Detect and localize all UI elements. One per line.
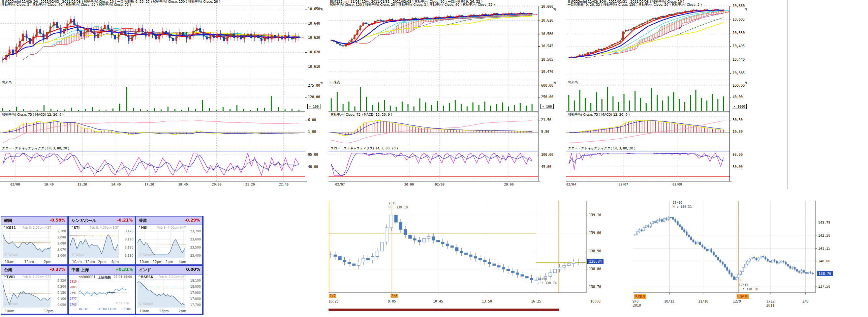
index-timestamp: Feb 8, 4:59pm SGT	[90, 226, 119, 229]
index-panel-india[interactable]: インド0.00%^BSESNFeb 8, 3:30pm IST18,10018,…	[136, 266, 202, 314]
price-tick-label: 10,550	[733, 31, 745, 35]
time-tick-label: 10/12	[664, 299, 674, 303]
index-panel-singapore[interactable]: シンガポール-0.21%^STIFeb 8, 4:59pm SGT3,1953,…	[69, 217, 135, 264]
price-tick-label: 10,470	[541, 70, 553, 74]
index-y-label: 2763	[70, 303, 76, 306]
index-panel-shanghai[interactable]: 中国 上海+0.31%sh000001上证指数02-01 15:00281928…	[69, 266, 135, 314]
scale-tick-label: 600.00	[541, 84, 553, 87]
time-tick-label: 20:00	[404, 182, 414, 186]
chart-title: 日経225mini 11/03( 30分, 2011/01/31 - 2011/…	[567, 0, 684, 3]
index-x-label: 4pm	[179, 260, 186, 264]
index-code: sh000001	[79, 275, 96, 279]
time-tick-label: 20:00	[212, 182, 222, 186]
axis-tick	[730, 20, 731, 20]
time-tick-label: 14:40	[111, 182, 121, 186]
last-price-box: 138.84	[587, 259, 603, 264]
high-time-annotation: 10/06	[673, 201, 682, 204]
low-pre-annotation: 00	[739, 278, 742, 282]
index-y-label: 2819	[70, 280, 76, 283]
ichimoku-cloud	[585, 10, 728, 58]
price-plot[interactable]	[0, 6, 305, 80]
index-x-label: 10am	[140, 260, 149, 264]
index-y-label: 2805	[70, 286, 76, 289]
time-tick-label: 18:40	[178, 182, 188, 186]
index-change-pct: -0.37%	[50, 267, 65, 272]
index-panel-korea[interactable]: 韓国-0.58%^KS11Feb 8, 2:55pm KST2,1002,090…	[1, 217, 67, 264]
scale-tick-label: 50.00	[733, 165, 743, 169]
index-symbol: ^BSESN	[138, 275, 154, 279]
index-x-label: 2pm	[179, 309, 186, 313]
volume-plot[interactable]	[566, 84, 730, 112]
volume-plot[interactable]	[0, 84, 305, 112]
price-tick-label: 10,440	[733, 58, 745, 61]
low-time-annotation: 12/15	[739, 283, 748, 287]
volume-section-label: 出来高	[2, 80, 12, 84]
stoch-plot[interactable]	[566, 150, 730, 179]
scroll-handle-icon[interactable]: ◥	[319, 7, 323, 11]
stoch-plot[interactable]	[329, 150, 538, 179]
macd-plot[interactable]	[0, 117, 305, 145]
price-plot[interactable]	[329, 6, 538, 80]
contract-month-label: 03限月	[634, 294, 646, 299]
index-y-label: 23,600	[187, 238, 201, 241]
yahoo-watermark: © Yahoo!	[71, 253, 86, 256]
index-header: インド0.00%	[136, 266, 202, 275]
time-tick-label: 02/07	[335, 182, 345, 186]
price-plot[interactable]	[566, 6, 730, 80]
price-tick-label: 10,495	[733, 44, 745, 48]
yahoo-watermark: © Yahoo!	[4, 302, 18, 306]
index-x-label: 12pm	[24, 260, 34, 264]
index-name: 台湾	[4, 267, 12, 273]
pane-splitter[interactable]	[787, 0, 787, 189]
volume-multiplier: × 1000	[732, 104, 747, 109]
index-y-label: 2,060	[53, 254, 66, 257]
index-name: インド	[139, 267, 151, 273]
index-header: 中国 上海+0.31%	[69, 266, 135, 275]
index-symbol: ^STI	[71, 226, 80, 230]
axis-tick	[730, 155, 731, 155]
axis-tick	[730, 120, 731, 120]
scroll-handle-icon[interactable]: ◥	[552, 81, 556, 85]
scroll-handle-icon[interactable]: ◥	[319, 81, 323, 85]
high-time-annotation: 9:15	[389, 201, 396, 205]
scale-tick-label: 10.50	[733, 130, 743, 134]
index-panel-hongkong[interactable]: 香港-0.29%^HSIFeb 8, 4:00pm HKT23,70023,60…	[136, 217, 202, 264]
session-date-label: 2/8	[391, 294, 398, 298]
chart-nikkei-15min: 日経225mini 11/03( 15分, 2011/01/31 - 2011/…	[329, 0, 559, 189]
scroll-handle-icon[interactable]: ◥	[744, 81, 748, 85]
scale-tick-label: 250.00	[541, 95, 553, 99]
index-x-label: 12pm	[159, 309, 169, 313]
axis-tick	[305, 155, 307, 155]
scroll-handle-icon[interactable]: ◥	[744, 7, 748, 11]
time-tick-label: 13:50	[482, 299, 492, 303]
scale-tick-label: 1.00	[308, 130, 316, 134]
scale-tick-label: 100.00	[733, 84, 745, 87]
index-x-label: 15:00	[122, 308, 131, 311]
axis-tick	[730, 132, 731, 132]
price-tick-label: 10,605	[733, 18, 745, 21]
last-price-box: 138.76	[817, 271, 833, 276]
chart-title: 日経225mini 11/03( 15分, 2011/01/31 - 2011/…	[330, 0, 483, 3]
sina-watermark: sina.com	[115, 301, 129, 305]
time-tick-label: 20:00	[504, 182, 514, 186]
candlestick-plot[interactable]	[632, 200, 817, 297]
time-tick-label: 21:20	[245, 182, 255, 186]
macd-plot[interactable]	[329, 117, 538, 145]
axis-tick	[305, 24, 307, 24]
index-name: 中国 上海	[71, 267, 89, 273]
time-axis-line	[0, 181, 307, 181]
axis-tick	[538, 86, 540, 86]
macd-plot[interactable]	[566, 117, 730, 145]
stoch-plot[interactable]	[0, 150, 305, 179]
index-x-label: 2pm	[98, 260, 105, 264]
index-panel-taiwan[interactable]: 台湾-0.37%^TWIIFeb 8, 1:25pm CST9,2509,200…	[1, 266, 67, 314]
scale-tick-label: 6.00	[308, 118, 316, 122]
axis-tick	[538, 46, 540, 47]
index-y-label: 2,090	[53, 236, 66, 239]
price-tick-label: 143.75	[818, 221, 830, 225]
index-x-label: 10am	[72, 260, 82, 264]
scroll-handle-icon[interactable]: ◥	[552, 7, 556, 11]
axis-tick	[730, 167, 731, 167]
index-change-pct: -0.58%	[50, 218, 65, 223]
volume-plot[interactable]	[329, 84, 538, 112]
